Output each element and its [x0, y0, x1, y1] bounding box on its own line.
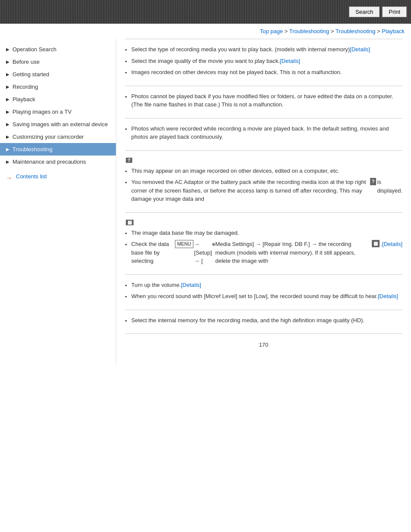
section-photos-not-played: Photos cannot be played back if you have…	[125, 86, 402, 118]
list-item: Select the internal memory for the recor…	[125, 316, 402, 325]
arrow-icon: ▶	[6, 122, 9, 127]
section-icon-question: ?	[125, 157, 402, 163]
list-item: Turn up the volume. [Details]	[125, 281, 402, 289]
sidebar: ▶ Operation Search ▶ Before use ▶ Gettin…	[0, 39, 116, 364]
page-layout: ▶ Operation Search ▶ Before use ▶ Gettin…	[0, 39, 411, 364]
arrow-icon: ▶	[6, 47, 9, 52]
sidebar-item-maintenance[interactable]: ▶ Maintenance and precautions	[0, 156, 116, 168]
list-item: Photos cannot be played back if you have…	[125, 92, 402, 109]
breadcrumb-sep3: >	[377, 28, 382, 34]
camera-icon: ⎈	[212, 240, 215, 249]
sidebar-item-playback[interactable]: ▶ Playback	[0, 93, 116, 106]
details-link[interactable]: [Details]	[350, 45, 370, 54]
list-item: Check the data base file by selecting ME…	[125, 240, 402, 265]
breadcrumb-playback[interactable]: Playback	[382, 28, 405, 34]
arrow-icon: ▶	[6, 159, 9, 164]
details-link[interactable]: [Details]	[181, 281, 201, 289]
bullet-list: Turn up the volume. [Details] When you r…	[125, 281, 402, 301]
details-link[interactable]: [Details]	[280, 57, 300, 65]
arrow-icon: ▶	[6, 84, 9, 89]
section-damaged: ▩ The image data base file may be damage…	[125, 213, 402, 275]
sidebar-item-label: Maintenance and precautions	[12, 159, 86, 165]
sidebar-item-label: Troubleshooting	[12, 146, 53, 152]
inline-damaged-icon: ▩	[372, 240, 380, 247]
details-link[interactable]: [Details]	[382, 240, 402, 249]
list-item: The image data base file may be damaged.	[125, 229, 402, 237]
main-content: Select the type of recording media you w…	[116, 39, 411, 364]
sidebar-item-label: Before use	[12, 59, 40, 65]
section-internal-memory: Select the internal memory for the recor…	[125, 310, 402, 334]
bullet-list: Select the type of recording media you w…	[125, 45, 402, 77]
bullet-list: Photos which were recorded while recordi…	[125, 124, 402, 141]
print-button[interactable]: Print	[382, 6, 407, 17]
header: Search Print	[0, 0, 411, 24]
sidebar-item-label: Playback	[12, 96, 35, 103]
list-item: Photos which were recorded while recordi…	[125, 124, 402, 141]
sidebar-item-label: Operation Search	[12, 46, 56, 53]
damaged-file-icon: ▩	[126, 220, 134, 225]
arrow-icon: ▶	[6, 97, 9, 102]
bullet-list: Photos cannot be played back if you have…	[125, 92, 402, 109]
sidebar-item-before-use[interactable]: ▶ Before use	[0, 56, 116, 68]
list-item: Images recorded on other devices may not…	[125, 68, 402, 77]
menu-icon: MENU	[175, 240, 193, 248]
sidebar-item-recording[interactable]: ▶ Recording	[0, 81, 116, 93]
breadcrumb-sep1: >	[284, 28, 289, 34]
question-mark-icon: ?	[126, 158, 132, 163]
sidebar-item-playing-images-tv[interactable]: ▶ Playing images on a TV	[0, 106, 116, 118]
list-item: Select the image quality of the movie yo…	[125, 57, 402, 65]
sidebar-item-label: Playing images on a TV	[12, 109, 72, 115]
list-item: Select the type of recording media you w…	[125, 45, 402, 54]
contents-list-link[interactable]: Contents list	[0, 168, 116, 185]
sidebar-item-troubleshooting[interactable]: ▶ Troubleshooting	[0, 143, 116, 156]
sidebar-item-label: Saving images with an external device	[12, 121, 108, 128]
sidebar-item-label: Getting started	[12, 71, 49, 78]
details-link[interactable]: [Details]	[378, 292, 398, 301]
breadcrumb: Top page > Troubleshooting > Troubleshoo…	[0, 24, 411, 39]
list-item: You removed the AC Adaptor or the batter…	[125, 178, 402, 203]
arrow-icon: ▶	[6, 109, 9, 114]
contents-list-label: Contents list	[16, 173, 47, 180]
arrow-icon: ▶	[6, 72, 9, 77]
sidebar-item-label: Recording	[12, 84, 38, 90]
search-button[interactable]: Search	[349, 6, 380, 17]
breadcrumb-top[interactable]: Top page	[260, 28, 283, 34]
arrow-icon: ▶	[6, 134, 9, 139]
breadcrumb-troubleshooting2[interactable]: Troubleshooting	[336, 28, 376, 34]
arrow-icon: ▶	[6, 147, 9, 152]
sidebar-item-operation-search[interactable]: ▶ Operation Search	[0, 43, 116, 56]
sidebar-item-saving-images[interactable]: ▶ Saving images with an external device	[0, 118, 116, 131]
bullet-list: The image data base file may be damaged.…	[125, 229, 402, 265]
sidebar-item-getting-started[interactable]: ▶ Getting started	[0, 68, 116, 81]
section-question-mark: ? This may appear on an image recorded o…	[125, 151, 402, 213]
bullet-list: Select the internal memory for the recor…	[125, 316, 402, 325]
section-movies-not-played: Select the type of recording media you w…	[125, 39, 402, 86]
inline-question-icon: ?	[370, 178, 377, 185]
list-item: When you record sound with [Micref Level…	[125, 292, 402, 301]
breadcrumb-troubleshooting1[interactable]: Troubleshooting	[289, 28, 329, 34]
arrow-icon: ▶	[6, 59, 9, 64]
list-item: This may appear on an image recorded on …	[125, 167, 402, 175]
section-no-sound: Turn up the volume. [Details] When you r…	[125, 275, 402, 310]
section-photos-during-movie: Photos which were recorded while recordi…	[125, 118, 402, 151]
breadcrumb-sep2: >	[331, 28, 336, 34]
bullet-list: This may appear on an image recorded on …	[125, 167, 402, 203]
section-icon-damaged: ▩	[125, 219, 402, 225]
sidebar-item-customizing[interactable]: ▶ Customizing your camcorder	[0, 131, 116, 143]
page-number: 170	[125, 334, 402, 356]
sidebar-item-label: Customizing your camcorder	[12, 134, 84, 140]
contents-list-arrow-icon	[6, 174, 14, 179]
